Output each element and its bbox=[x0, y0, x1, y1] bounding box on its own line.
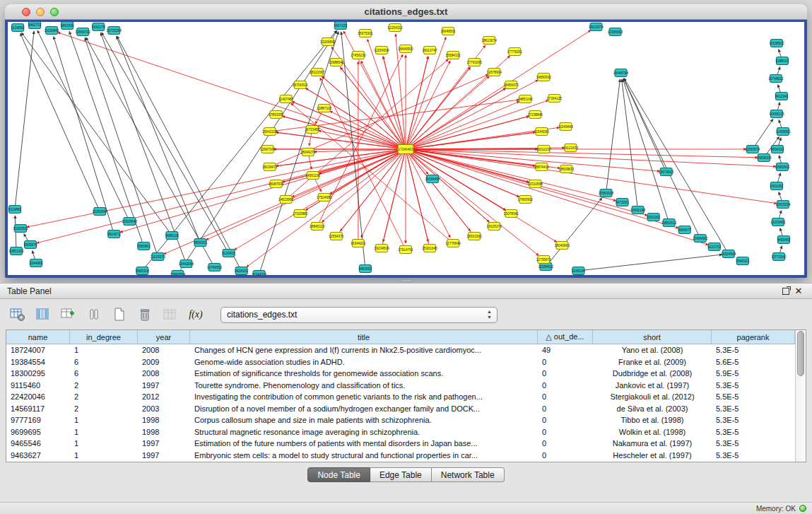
graph-node[interactable]: 10582602 bbox=[775, 163, 790, 171]
graph-node[interactable]: 12776649 bbox=[445, 240, 461, 247]
graph-node[interactable]: 15975301 bbox=[358, 30, 373, 37]
graph-node[interactable]: 9856302 bbox=[194, 239, 207, 247]
column-header-out_de[interactable]: △ out_de... bbox=[538, 330, 593, 344]
graph-edge[interactable] bbox=[578, 255, 722, 271]
graph-node[interactable]: 18040963 bbox=[555, 242, 570, 250]
graph-node[interactable]: 10679915 bbox=[659, 168, 674, 176]
graph-node[interactable]: 11593574 bbox=[745, 146, 760, 153]
graph-node[interactable]: 9350861 bbox=[137, 243, 151, 250]
graph-node[interactable]: 11407482 bbox=[278, 95, 293, 103]
graph-node[interactable]: 9120415 bbox=[222, 250, 235, 257]
graph-node[interactable]: 9244965 bbox=[30, 259, 43, 267]
graph-edge[interactable] bbox=[406, 149, 450, 238]
table-selector-dropdown[interactable]: citations_edges.txt ▲▼ bbox=[220, 307, 498, 323]
panel-splitter[interactable] bbox=[0, 278, 812, 283]
column-header-short[interactable]: short bbox=[593, 330, 712, 344]
graph-node[interactable]: 10406662 bbox=[693, 235, 708, 243]
graph-edge[interactable] bbox=[406, 100, 548, 149]
graph-node[interactable]: 10852512 bbox=[661, 219, 677, 227]
graph-node[interactable]: 9472001 bbox=[616, 199, 629, 206]
graph-node[interactable]: 18301562 bbox=[466, 233, 482, 240]
graph-node[interactable]: 18456072 bbox=[504, 81, 519, 89]
graph-node[interactable]: 16344206 bbox=[252, 271, 267, 276]
column-header-name[interactable]: name bbox=[6, 330, 70, 344]
graph-node[interactable]: 17524683 bbox=[317, 194, 332, 201]
table-row[interactable]: 1872400712008Changes of HCN gene express… bbox=[6, 344, 795, 356]
graph-node[interactable]: 9664077 bbox=[678, 226, 691, 234]
graph-node[interactable]: 14361190 bbox=[305, 172, 320, 180]
delete-button[interactable] bbox=[134, 305, 155, 324]
graph-edge[interactable] bbox=[54, 37, 114, 234]
graph-node[interactable]: 9667225 bbox=[334, 22, 347, 30]
graph-node[interactable]: 13206842 bbox=[320, 38, 336, 46]
graph-node[interactable]: 16087934 bbox=[269, 180, 284, 188]
graph-node[interactable]: 12254309 bbox=[374, 47, 389, 54]
tab-node-table[interactable]: Node Table bbox=[307, 467, 370, 482]
graph-node[interactable]: 10200531 bbox=[13, 225, 28, 233]
graph-node[interactable]: 9612340 bbox=[775, 93, 789, 100]
graph-node[interactable]: 18845120 bbox=[310, 223, 325, 230]
graph-node[interactable]: 12554370 bbox=[329, 233, 344, 240]
column-header-year[interactable]: year bbox=[138, 330, 190, 344]
table-row[interactable]: 911546021997Tourette syndrome. Phenomeno… bbox=[6, 380, 795, 392]
graph-edge[interactable] bbox=[320, 78, 406, 250]
graph-node[interactable]: 13988642 bbox=[329, 59, 344, 66]
graph-node[interactable]: 19013747 bbox=[422, 47, 437, 54]
scrollbar-thumb[interactable] bbox=[797, 331, 804, 376]
graph-node[interactable]: 15642208 bbox=[262, 128, 278, 136]
graph-node[interactable]: 18874410 bbox=[534, 163, 550, 171]
graph-node[interactable]: 9342178 bbox=[92, 23, 105, 31]
graph-node[interactable]: 11439950 bbox=[775, 128, 790, 136]
graph-node[interactable]: 12103491 bbox=[770, 218, 786, 226]
graph-edge[interactable] bbox=[623, 79, 669, 223]
graph-node[interactable]: 10748022 bbox=[768, 75, 784, 83]
graph-node[interactable]: 18509833 bbox=[559, 165, 575, 173]
rows-button[interactable] bbox=[83, 305, 105, 324]
new-document-button[interactable] bbox=[109, 305, 130, 324]
graph-node[interactable]: 11015370 bbox=[151, 253, 165, 261]
graph-edge[interactable] bbox=[622, 79, 638, 210]
graph-node[interactable]: 10924504 bbox=[721, 250, 736, 258]
window-titlebar[interactable]: citations_edges.txt bbox=[5, 4, 807, 20]
graph-node[interactable]: 16700519 bbox=[293, 81, 308, 89]
graph-edge[interactable] bbox=[37, 30, 129, 221]
graph-edge[interactable] bbox=[206, 149, 406, 240]
graph-node[interactable]: 10455125 bbox=[769, 110, 784, 118]
graph-node[interactable]: 10915204 bbox=[775, 201, 791, 209]
graph-node[interactable]: 10529648 bbox=[122, 218, 138, 226]
graph-edge[interactable] bbox=[406, 149, 777, 204]
graph-node[interactable]: 9492450 bbox=[777, 236, 791, 244]
graph-node[interactable]: 16649500 bbox=[398, 45, 413, 53]
graph-node[interactable]: 11546093 bbox=[534, 128, 549, 136]
graph-edge[interactable] bbox=[406, 149, 708, 245]
graph-node[interactable]: 9462733 bbox=[28, 22, 42, 29]
graph-node[interactable]: 16649501 bbox=[440, 28, 456, 35]
graph-node[interactable]: 10230841 bbox=[44, 27, 59, 35]
column-header-in_degree[interactable]: in_degree bbox=[70, 330, 138, 344]
graph-node[interactable]: 10746550 bbox=[207, 264, 223, 271]
graph-node[interactable]: 19234509 bbox=[374, 245, 389, 252]
graph-node[interactable]: 10772040 bbox=[771, 253, 787, 261]
graph-node[interactable]: 10735294 bbox=[107, 27, 122, 35]
graph-node[interactable]: 10960554 bbox=[170, 271, 186, 276]
graph-node[interactable]: 16121630 bbox=[563, 144, 579, 152]
graph-node[interactable]: 11549469 bbox=[558, 123, 573, 131]
graph-edge[interactable] bbox=[406, 80, 538, 149]
table-row[interactable]: 1456911722003Disruption of a novel membe… bbox=[6, 403, 795, 415]
column-header-title[interactable]: title bbox=[190, 330, 538, 344]
table-row[interactable]: 1938455462009Genome-wide association stu… bbox=[6, 356, 795, 368]
graph-edge[interactable] bbox=[546, 198, 601, 267]
graph-node[interactable]: 9914372 bbox=[107, 230, 121, 238]
function-builder-button[interactable]: f(x) bbox=[185, 305, 206, 324]
graph-node[interactable]: 12887103 bbox=[317, 105, 332, 112]
graph-node[interactable]: 10566702 bbox=[76, 28, 91, 36]
graph-node[interactable]: 9689126 bbox=[165, 232, 179, 240]
table-row[interactable]: 946554611997Estimation of the future num… bbox=[6, 438, 795, 450]
graph-node[interactable]: 12678934 bbox=[487, 69, 502, 76]
graph-node[interactable]: 16344201 bbox=[351, 240, 366, 247]
graph-node[interactable]: 19105276 bbox=[487, 223, 502, 230]
graph-node[interactable]: 9119860 bbox=[8, 206, 22, 214]
graph-edge[interactable] bbox=[15, 216, 16, 251]
graph-edge[interactable] bbox=[120, 149, 406, 232]
table-row[interactable]: 1830029562008Estimation of significance … bbox=[6, 368, 795, 380]
